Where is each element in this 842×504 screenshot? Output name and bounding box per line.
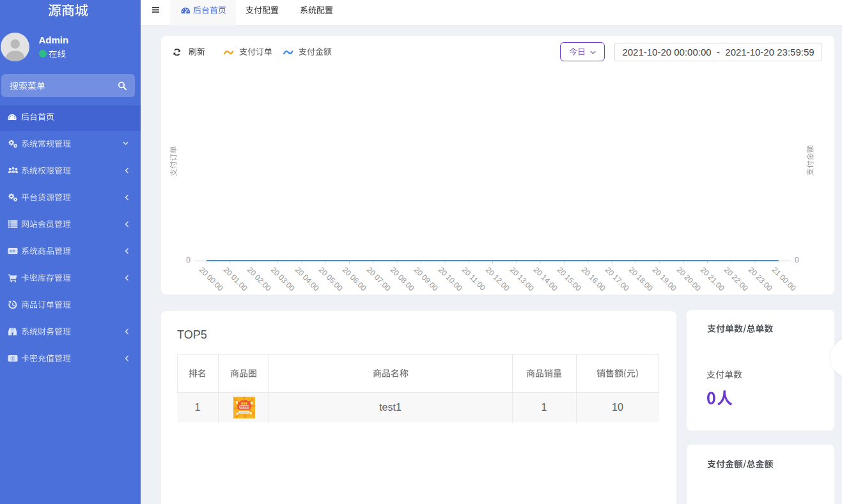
svg-text:JCB: JCB bbox=[10, 250, 16, 253]
